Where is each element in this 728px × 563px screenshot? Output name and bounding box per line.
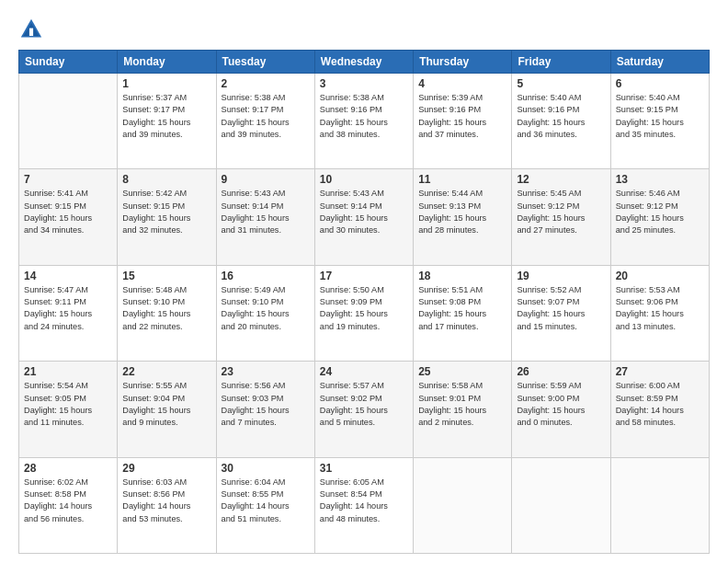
day-info: Sunrise: 6:03 AM Sunset: 8:56 PM Dayligh… xyxy=(122,477,210,525)
calendar-cell: 15Sunrise: 5:48 AM Sunset: 9:10 PM Dayli… xyxy=(118,265,216,361)
day-number: 14 xyxy=(24,270,112,282)
day-info: Sunrise: 5:51 AM Sunset: 9:08 PM Dayligh… xyxy=(418,284,506,333)
day-number: 5 xyxy=(517,77,605,90)
day-info: Sunrise: 5:52 AM Sunset: 9:07 PM Dayligh… xyxy=(517,284,605,333)
calendar-cell: 18Sunrise: 5:51 AM Sunset: 9:08 PM Dayli… xyxy=(414,265,512,361)
calendar-cell xyxy=(19,74,118,169)
calendar-cell: 1Sunrise: 5:37 AM Sunset: 9:17 PM Daylig… xyxy=(118,74,216,169)
calendar-header-monday: Monday xyxy=(118,51,216,74)
day-info: Sunrise: 5:39 AM Sunset: 9:16 PM Dayligh… xyxy=(418,92,506,141)
day-number: 8 xyxy=(122,173,210,186)
day-info: Sunrise: 5:53 AM Sunset: 9:06 PM Dayligh… xyxy=(616,284,704,333)
calendar-cell: 23Sunrise: 5:56 AM Sunset: 9:03 PM Dayli… xyxy=(216,362,314,457)
calendar-header-friday: Friday xyxy=(512,51,610,74)
calendar-week-row: 14Sunrise: 5:47 AM Sunset: 9:11 PM Dayli… xyxy=(19,265,710,361)
calendar-cell: 16Sunrise: 5:49 AM Sunset: 9:10 PM Dayli… xyxy=(216,265,314,361)
calendar-cell: 5Sunrise: 5:40 AM Sunset: 9:16 PM Daylig… xyxy=(512,74,610,169)
calendar-cell: 31Sunrise: 6:05 AM Sunset: 8:54 PM Dayli… xyxy=(314,457,413,553)
day-info: Sunrise: 5:48 AM Sunset: 9:10 PM Dayligh… xyxy=(122,284,210,333)
header xyxy=(18,17,710,42)
calendar-table: SundayMondayTuesdayWednesdayThursdayFrid… xyxy=(18,50,710,554)
day-info: Sunrise: 6:05 AM Sunset: 8:54 PM Dayligh… xyxy=(320,477,408,525)
logo-icon xyxy=(18,17,44,42)
calendar-cell: 4Sunrise: 5:39 AM Sunset: 9:16 PM Daylig… xyxy=(414,74,512,169)
day-number: 2 xyxy=(222,77,310,90)
calendar-cell: 20Sunrise: 5:53 AM Sunset: 9:06 PM Dayli… xyxy=(610,265,709,361)
calendar-week-row: 7Sunrise: 5:41 AM Sunset: 9:15 PM Daylig… xyxy=(19,169,710,265)
calendar-cell: 26Sunrise: 5:59 AM Sunset: 9:00 PM Dayli… xyxy=(512,362,610,457)
day-number: 7 xyxy=(24,173,112,186)
day-number: 23 xyxy=(222,365,310,378)
day-number: 4 xyxy=(418,77,506,90)
calendar-cell: 11Sunrise: 5:44 AM Sunset: 9:13 PM Dayli… xyxy=(414,169,512,265)
calendar-header-row: SundayMondayTuesdayWednesdayThursdayFrid… xyxy=(19,51,710,74)
calendar-cell: 22Sunrise: 5:55 AM Sunset: 9:04 PM Dayli… xyxy=(118,362,216,457)
day-number: 26 xyxy=(517,365,605,378)
logo xyxy=(18,17,48,42)
day-number: 19 xyxy=(517,270,605,282)
calendar-cell: 27Sunrise: 6:00 AM Sunset: 8:59 PM Dayli… xyxy=(610,362,709,457)
day-number: 30 xyxy=(222,462,310,475)
day-number: 3 xyxy=(320,77,408,90)
calendar-cell: 10Sunrise: 5:43 AM Sunset: 9:14 PM Dayli… xyxy=(314,169,413,265)
day-number: 18 xyxy=(418,270,506,282)
calendar-cell: 29Sunrise: 6:03 AM Sunset: 8:56 PM Dayli… xyxy=(118,457,216,553)
calendar-header-saturday: Saturday xyxy=(610,51,709,74)
day-info: Sunrise: 5:43 AM Sunset: 9:14 PM Dayligh… xyxy=(222,188,310,236)
calendar-cell: 21Sunrise: 5:54 AM Sunset: 9:05 PM Dayli… xyxy=(19,362,118,457)
calendar-week-row: 21Sunrise: 5:54 AM Sunset: 9:05 PM Dayli… xyxy=(19,362,710,457)
day-number: 21 xyxy=(24,365,112,378)
calendar-cell xyxy=(414,457,512,553)
day-info: Sunrise: 5:47 AM Sunset: 9:11 PM Dayligh… xyxy=(24,284,112,333)
day-number: 13 xyxy=(616,173,704,186)
calendar-week-row: 1Sunrise: 5:37 AM Sunset: 9:17 PM Daylig… xyxy=(19,74,710,169)
calendar-cell: 12Sunrise: 5:45 AM Sunset: 9:12 PM Dayli… xyxy=(512,169,610,265)
calendar-header-sunday: Sunday xyxy=(19,51,118,74)
calendar-cell: 17Sunrise: 5:50 AM Sunset: 9:09 PM Dayli… xyxy=(314,265,413,361)
day-number: 15 xyxy=(122,270,210,282)
calendar-cell: 30Sunrise: 6:04 AM Sunset: 8:55 PM Dayli… xyxy=(216,457,314,553)
day-number: 11 xyxy=(418,173,506,186)
day-number: 16 xyxy=(222,270,310,282)
day-number: 20 xyxy=(616,270,704,282)
day-info: Sunrise: 5:42 AM Sunset: 9:15 PM Dayligh… xyxy=(122,188,210,236)
day-number: 1 xyxy=(122,77,210,90)
calendar-header-thursday: Thursday xyxy=(414,51,512,74)
calendar-cell: 13Sunrise: 5:46 AM Sunset: 9:12 PM Dayli… xyxy=(610,169,709,265)
day-info: Sunrise: 5:49 AM Sunset: 9:10 PM Dayligh… xyxy=(222,284,310,333)
day-info: Sunrise: 5:54 AM Sunset: 9:05 PM Dayligh… xyxy=(24,380,112,429)
day-number: 10 xyxy=(320,173,408,186)
day-number: 6 xyxy=(616,77,704,90)
calendar-cell: 24Sunrise: 5:57 AM Sunset: 9:02 PM Dayli… xyxy=(314,362,413,457)
day-number: 22 xyxy=(122,365,210,378)
day-info: Sunrise: 5:41 AM Sunset: 9:15 PM Dayligh… xyxy=(24,188,112,236)
day-info: Sunrise: 6:04 AM Sunset: 8:55 PM Dayligh… xyxy=(222,477,310,525)
day-number: 31 xyxy=(320,462,408,475)
day-number: 17 xyxy=(320,270,408,282)
calendar-cell: 14Sunrise: 5:47 AM Sunset: 9:11 PM Dayli… xyxy=(19,265,118,361)
day-info: Sunrise: 5:37 AM Sunset: 9:17 PM Dayligh… xyxy=(122,92,210,141)
calendar-cell: 7Sunrise: 5:41 AM Sunset: 9:15 PM Daylig… xyxy=(19,169,118,265)
calendar-cell: 2Sunrise: 5:38 AM Sunset: 9:17 PM Daylig… xyxy=(216,74,314,169)
svg-rect-2 xyxy=(29,29,33,36)
day-info: Sunrise: 5:40 AM Sunset: 9:15 PM Dayligh… xyxy=(616,92,704,141)
calendar-cell: 9Sunrise: 5:43 AM Sunset: 9:14 PM Daylig… xyxy=(216,169,314,265)
day-info: Sunrise: 5:46 AM Sunset: 9:12 PM Dayligh… xyxy=(616,188,704,236)
day-info: Sunrise: 6:00 AM Sunset: 8:59 PM Dayligh… xyxy=(616,380,704,429)
page: SundayMondayTuesdayWednesdayThursdayFrid… xyxy=(0,0,728,563)
day-number: 29 xyxy=(122,462,210,475)
day-info: Sunrise: 5:40 AM Sunset: 9:16 PM Dayligh… xyxy=(517,92,605,141)
day-info: Sunrise: 5:59 AM Sunset: 9:00 PM Dayligh… xyxy=(517,380,605,429)
calendar-cell: 28Sunrise: 6:02 AM Sunset: 8:58 PM Dayli… xyxy=(19,457,118,553)
day-info: Sunrise: 5:43 AM Sunset: 9:14 PM Dayligh… xyxy=(320,188,408,236)
day-info: Sunrise: 6:02 AM Sunset: 8:58 PM Dayligh… xyxy=(24,477,112,525)
calendar-header-wednesday: Wednesday xyxy=(314,51,413,74)
calendar-week-row: 28Sunrise: 6:02 AM Sunset: 8:58 PM Dayli… xyxy=(19,457,710,553)
day-number: 28 xyxy=(24,462,112,475)
day-info: Sunrise: 5:50 AM Sunset: 9:09 PM Dayligh… xyxy=(320,284,408,333)
day-info: Sunrise: 5:38 AM Sunset: 9:16 PM Dayligh… xyxy=(320,92,408,141)
calendar-header-tuesday: Tuesday xyxy=(216,51,314,74)
day-info: Sunrise: 5:45 AM Sunset: 9:12 PM Dayligh… xyxy=(517,188,605,236)
calendar-cell xyxy=(512,457,610,553)
calendar-cell xyxy=(610,457,709,553)
